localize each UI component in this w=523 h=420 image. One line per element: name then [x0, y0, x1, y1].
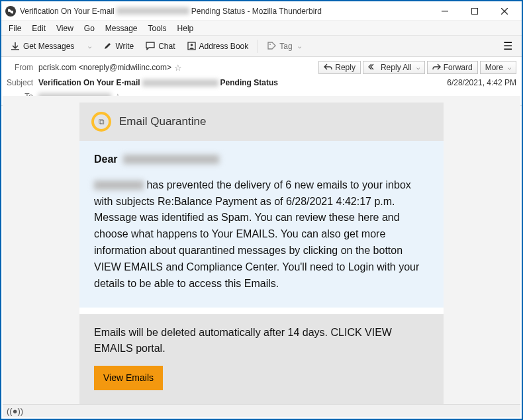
- pencil-icon: [103, 42, 112, 50]
- redacted-title-part: [117, 7, 189, 15]
- menu-edit[interactable]: Edit: [27, 22, 50, 34]
- address-book-icon: [187, 42, 196, 50]
- app-icon: [5, 6, 16, 17]
- menu-message[interactable]: Message: [101, 22, 142, 34]
- tag-button[interactable]: Tag ⌵: [262, 40, 306, 53]
- online-status-icon[interactable]: ((●)): [7, 406, 23, 416]
- redacted-recipient: [123, 155, 219, 164]
- card-footer: Emails will be deleted automatically aft…: [79, 314, 444, 404]
- reply-all-icon: [368, 63, 378, 72]
- status-bar: ((●)): [3, 404, 520, 417]
- svg-point-5: [190, 44, 193, 46]
- write-button[interactable]: Write: [98, 40, 139, 53]
- download-icon: [11, 42, 20, 51]
- quarantine-badge-icon: ⧉: [91, 112, 111, 132]
- write-label: Write: [115, 42, 134, 51]
- menu-bar: File Edit View Go Message Tools Help: [1, 21, 522, 36]
- reply-all-label: Reply All: [381, 63, 412, 72]
- quarantine-title: Email Quarantine: [119, 115, 206, 128]
- window-title-suffix: Pending Status - Mozilla Thunderbird: [191, 7, 322, 16]
- chat-button[interactable]: Chat: [140, 40, 180, 53]
- footer-text: Emails will be deleted automatically aft…: [94, 325, 429, 357]
- reply-label: Reply: [335, 63, 356, 72]
- menu-help[interactable]: Help: [173, 22, 199, 34]
- tag-label: Tag: [279, 42, 292, 51]
- reply-all-button[interactable]: Reply All ⌵: [363, 61, 425, 74]
- body-text: has prevented the delivery of 6 new emai…: [94, 179, 419, 289]
- forward-label: Forward: [444, 63, 473, 72]
- chat-icon: [146, 42, 155, 50]
- menu-file[interactable]: File: [4, 22, 26, 34]
- subject-prefix: Verification On Your E-mail: [38, 78, 140, 87]
- card-body: Dear has prevented the delivery of 6 new…: [79, 141, 444, 308]
- more-button[interactable]: More ⌵: [480, 61, 516, 74]
- toolbar: Get Messages ⌵ Write Chat Address Book T…: [1, 36, 522, 57]
- svg-rect-1: [471, 8, 477, 14]
- minimize-button[interactable]: [430, 2, 459, 21]
- get-messages-label: Get Messages: [23, 42, 74, 51]
- card-divider: [79, 308, 444, 314]
- subject-suffix: Pending Status: [220, 78, 278, 87]
- address-book-label: Address Book: [199, 42, 249, 51]
- tag-icon: [267, 42, 276, 50]
- hamburger-icon: ☰: [503, 40, 512, 52]
- chat-label: Chat: [158, 42, 175, 51]
- message-body-area[interactable]: ⧉ Email Quarantine Dear has prevented th…: [3, 96, 520, 404]
- card-header: ⧉ Email Quarantine: [79, 103, 444, 141]
- get-messages-dropdown[interactable]: ⌵: [81, 41, 97, 52]
- toolbar-separator: [258, 40, 258, 53]
- svg-point-6: [269, 44, 271, 45]
- redacted-subject-part: [142, 79, 218, 87]
- app-menu-button[interactable]: ☰: [498, 37, 518, 55]
- email-card: ⧉ Email Quarantine Dear has prevented th…: [79, 103, 444, 404]
- reply-button[interactable]: Reply: [318, 61, 361, 74]
- subject-label: Subject: [7, 78, 38, 87]
- forward-button[interactable]: Forward: [427, 61, 478, 74]
- star-contact-icon[interactable]: ☆: [174, 63, 182, 73]
- from-value[interactable]: pcrisk.com <noreply@midwilinc.com>: [38, 63, 171, 72]
- more-label: More: [485, 63, 503, 72]
- dear-label: Dear: [94, 153, 118, 165]
- address-book-button[interactable]: Address Book: [182, 40, 254, 53]
- window-title-prefix: Verification On Your E-mail: [20, 7, 115, 16]
- get-messages-button[interactable]: Get Messages: [5, 40, 79, 53]
- view-emails-button[interactable]: View Emails: [94, 366, 163, 390]
- message-date: 6/28/2021, 4:42 PM: [447, 78, 516, 87]
- menu-view[interactable]: View: [52, 22, 78, 34]
- close-button[interactable]: [489, 2, 519, 21]
- redacted-domain: [94, 181, 144, 190]
- menu-go[interactable]: Go: [79, 22, 99, 34]
- forward-icon: [432, 63, 441, 72]
- title-bar: Verification On Your E-mail Pending Stat…: [1, 1, 522, 21]
- from-label: From: [7, 63, 38, 72]
- body-paragraph: has prevented the delivery of 6 new emai…: [94, 177, 429, 292]
- maximize-button[interactable]: [459, 2, 489, 21]
- reply-icon: [324, 63, 332, 72]
- menu-tools[interactable]: Tools: [144, 22, 171, 34]
